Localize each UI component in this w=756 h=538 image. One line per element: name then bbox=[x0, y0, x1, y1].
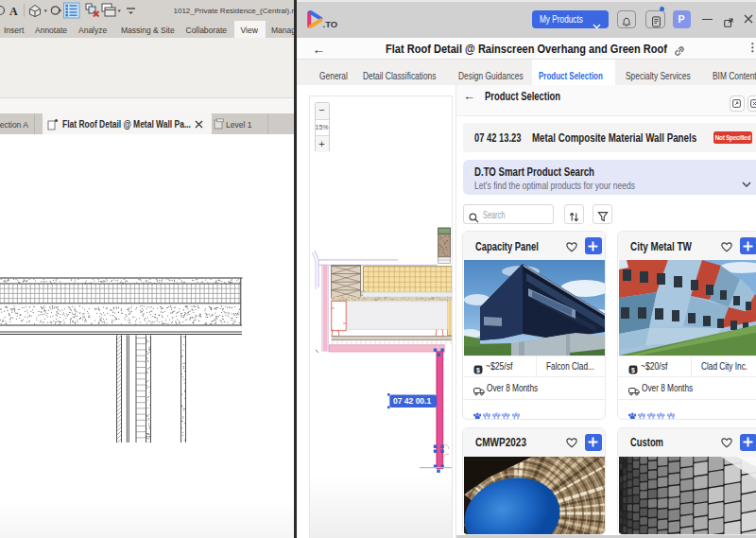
svg-text:A: A bbox=[9, 5, 18, 18]
svg-text:$: $ bbox=[476, 366, 480, 373]
svg-text:07 42 00.1: 07 42 00.1 bbox=[393, 396, 431, 406]
svg-text:.TO: .TO bbox=[323, 19, 338, 29]
svg-text:$: $ bbox=[631, 366, 635, 373]
